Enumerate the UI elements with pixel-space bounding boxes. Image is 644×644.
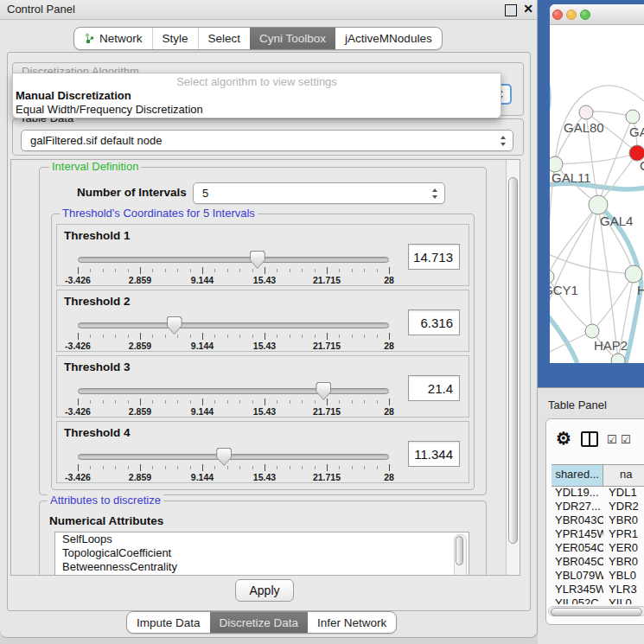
table-row[interactable]: YER054CYER0 (552, 541, 644, 555)
threshold-value-field[interactable]: 21.4 (408, 375, 460, 401)
network-node-gcy1[interactable] (550, 270, 554, 284)
close-light-icon[interactable] (552, 10, 563, 20)
tab-infer-network[interactable]: Infer Network (308, 612, 396, 633)
zoom-light-icon[interactable] (580, 10, 590, 20)
columns-icon[interactable] (581, 431, 598, 447)
network-node[interactable] (611, 354, 625, 363)
table-cell[interactable]: YDR2 (603, 500, 644, 513)
table-cell[interactable]: YPR1 (603, 527, 644, 541)
tab-network[interactable]: Network (74, 28, 153, 49)
tick-label: 15.43 (253, 341, 276, 351)
tab-impute-data[interactable]: Impute Data (127, 612, 210, 633)
network-edge[interactable] (598, 205, 618, 360)
table-row[interactable]: YDR27...YDR2 (552, 500, 644, 513)
table-cell[interactable]: YLR345W (552, 583, 603, 596)
threshold-slider-track[interactable] (78, 454, 389, 460)
tick-mark (302, 466, 303, 469)
minimize-light-icon[interactable] (566, 10, 577, 20)
tab-jactivemnodules[interactable]: jActiveMNodules (335, 28, 442, 49)
table-hscrollbar-thumb[interactable] (551, 608, 642, 616)
dropdown-option-manual-discretization[interactable]: Manual Discretization (16, 89, 131, 102)
network-edge[interactable] (555, 153, 637, 164)
table-cell[interactable]: YER054C (552, 541, 603, 555)
table-row[interactable]: YIL052CYIL0 (552, 596, 644, 604)
table-cell[interactable]: YBR0 (603, 555, 644, 569)
attribute-list-item[interactable]: SelfLoops (55, 532, 469, 546)
tick-mark (339, 466, 340, 469)
network-edge[interactable] (550, 252, 634, 274)
table-cell[interactable]: YIL052C (552, 596, 603, 604)
threshold-slider-thumb[interactable] (316, 382, 331, 400)
tab-select[interactable]: Select (199, 28, 251, 49)
settings-scrollbar[interactable] (506, 160, 520, 576)
checkbox-icon[interactable]: ☑ (607, 433, 617, 446)
network-node-gal80[interactable] (579, 105, 593, 119)
network-canvas[interactable]: GAL80GACGAL11GAL4GCY1HHAP2 (550, 25, 644, 363)
tick-mark (377, 466, 378, 469)
threshold-slider-track[interactable] (78, 322, 389, 328)
network-node-h[interactable] (625, 265, 642, 283)
table-cell[interactable]: YBR045C (552, 555, 603, 569)
network-node-hap2[interactable] (585, 324, 599, 338)
table-row[interactable]: YBL079WYBL0 (552, 569, 644, 583)
threshold-slider-track[interactable] (78, 257, 389, 263)
table-row[interactable]: YLR345WYLR3 (552, 583, 644, 596)
threshold-slider-thumb[interactable] (250, 251, 265, 269)
network-node-ga[interactable] (626, 110, 640, 124)
threshold-slider-thumb[interactable] (167, 316, 182, 335)
table-row[interactable]: YBR045CYBR0 (552, 555, 644, 569)
tab-label: Discretize Data (220, 616, 299, 629)
float-icon[interactable] (505, 4, 517, 16)
table-row[interactable]: YPR145WYPR1 (552, 527, 644, 541)
gear-icon[interactable]: ⚙ (556, 428, 571, 449)
apply-button[interactable]: Apply (235, 579, 294, 602)
column-header-2[interactable]: na (603, 465, 644, 486)
tab-discretize-data[interactable]: Discretize Data (210, 612, 309, 633)
threshold-value-field[interactable]: 6.316 (408, 309, 460, 335)
threshold-slider-track[interactable] (78, 388, 389, 394)
attributes-scrollbar-thumb[interactable] (456, 536, 463, 565)
table-cell[interactable]: YPR145W (552, 527, 603, 541)
combo-spinner-icon (432, 188, 438, 199)
column-header-1[interactable]: shared... (552, 465, 603, 486)
table-cell[interactable]: YBL079W (552, 569, 603, 583)
network-window-titlebar[interactable] (550, 4, 644, 25)
tick-mark (315, 335, 316, 338)
table-horizontal-scrollbar[interactable] (548, 606, 644, 616)
table-cell[interactable]: YLR3 (603, 583, 644, 596)
threshold-value-field[interactable]: 11.344 (408, 441, 460, 467)
table-row[interactable]: YBR043CYBR0 (552, 513, 644, 527)
numerical-attributes-list[interactable]: SelfLoopsTopologicalCoefficientBetweenne… (54, 532, 469, 576)
attributes-list-scrollbar[interactable] (454, 534, 467, 576)
attribute-list-item[interactable]: BetweennessCentrality (55, 560, 469, 574)
table-cell[interactable]: YDL19... (552, 486, 603, 500)
tab-style[interactable]: Style (153, 28, 199, 49)
control-panel-titlebar[interactable]: Control Panel ✕ (0, 0, 537, 20)
network-edge[interactable] (592, 274, 634, 331)
tick-mark (277, 269, 277, 272)
threshold-value-field[interactable]: 14.713 (408, 244, 460, 270)
table-row[interactable]: YDL19...YDL1 (552, 486, 644, 500)
threshold-slider-thumb[interactable] (216, 448, 232, 466)
table-cell[interactable]: YBR0 (603, 513, 644, 527)
table-data-combobox[interactable]: galFiltered.sif default node (21, 130, 513, 151)
table-cell[interactable]: YDR27... (552, 500, 603, 513)
tick-mark (327, 333, 328, 340)
checkbox-icon[interactable]: ☑ (621, 433, 631, 446)
attribute-list-item[interactable]: TopologicalCoefficient (55, 546, 469, 560)
settings-scrollbar-thumb[interactable] (508, 177, 518, 544)
number-of-intervals-combobox[interactable]: 5 (193, 182, 445, 204)
table-cell[interactable]: YER0 (603, 541, 644, 555)
table-cell[interactable]: YBR043C (552, 513, 603, 527)
network-edge-highlighted[interactable] (550, 310, 577, 363)
network-node-gal4[interactable] (589, 195, 608, 214)
close-icon[interactable]: ✕ (522, 2, 534, 16)
dropdown-option-equal-width[interactable]: Equal Width/Frequency Discretization (16, 103, 203, 116)
tab-cyni-toolbox[interactable]: Cyni Toolbox (250, 28, 335, 49)
tick-label: 9.144 (191, 406, 214, 417)
table-cell[interactable]: YBL0 (603, 569, 644, 583)
tick-label: 28 (384, 341, 394, 351)
tab-label: Infer Network (317, 616, 386, 629)
table-cell[interactable]: YDL1 (603, 486, 644, 500)
table-cell[interactable]: YIL0 (603, 596, 644, 604)
